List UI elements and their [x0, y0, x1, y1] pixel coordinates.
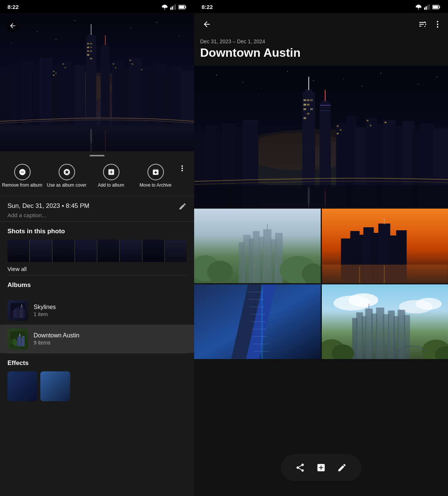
add-photo-button[interactable] — [311, 457, 332, 478]
add-to-album-button[interactable]: Add to album — [89, 162, 133, 190]
shots-section: Shots in this photo View all — [0, 222, 194, 275]
svg-rect-30 — [90, 47, 92, 48]
svg-rect-51 — [0, 125, 194, 151]
svg-rect-115 — [304, 99, 306, 101]
photo-date: Sun, Dec 31, 2023 • 8:45 PM — [7, 202, 90, 210]
svg-rect-24 — [86, 35, 96, 125]
svg-rect-44 — [129, 58, 142, 125]
svg-rect-31 — [87, 50, 89, 52]
svg-rect-80 — [22, 336, 25, 346]
album-title: Downtown Austin — [200, 46, 442, 60]
shot-thumb[interactable] — [120, 240, 141, 262]
svg-rect-27 — [87, 43, 89, 44]
albums-section: Albums — [0, 275, 194, 296]
svg-rect-3 — [175, 4, 176, 10]
status-icons-left — [161, 4, 187, 10]
sort-icon[interactable] — [418, 20, 427, 29]
svg-rect-121 — [310, 108, 313, 110]
grid-photo-sunset[interactable] — [322, 209, 448, 283]
svg-rect-84 — [427, 5, 428, 10]
albums-title: Albums — [7, 281, 187, 289]
svg-point-196 — [416, 298, 442, 310]
svg-rect-5 — [186, 6, 186, 8]
svg-rect-140 — [337, 133, 339, 134]
share-button[interactable] — [290, 457, 311, 478]
album-item-downtown[interactable]: Downtown Austin 9 items — [0, 325, 194, 353]
shot-thumb[interactable] — [53, 240, 74, 262]
shot-thumb[interactable] — [75, 240, 97, 262]
shot-thumb[interactable] — [143, 240, 164, 262]
svg-point-9 — [37, 31, 38, 32]
time-right: 8:22 — [202, 4, 213, 10]
status-icons-right — [415, 4, 441, 10]
effect-item[interactable] — [40, 371, 70, 401]
view-all-link[interactable]: View all — [7, 266, 187, 272]
svg-point-93 — [216, 75, 217, 75]
svg-rect-145 — [320, 110, 330, 111]
svg-rect-55 — [53, 71, 55, 72]
svg-rect-191 — [261, 284, 263, 359]
hero-album-photo[interactable] — [194, 66, 448, 208]
svg-point-10 — [74, 20, 75, 21]
album-thumb-skylines — [7, 300, 28, 321]
svg-rect-112 — [302, 92, 315, 189]
svg-point-12 — [156, 22, 157, 23]
svg-rect-23 — [39, 58, 52, 125]
photo-info-section: Sun, Dec 31, 2023 • 8:45 PM Add a captio… — [0, 196, 194, 222]
left-panel: 8:22 — [0, 0, 194, 496]
caption-placeholder[interactable]: Add a caption... — [7, 212, 90, 218]
photo-grid[interactable] — [194, 66, 448, 496]
back-button-right[interactable] — [200, 18, 214, 31]
svg-rect-83 — [426, 6, 427, 10]
album-name-downtown: Downtown Austin — [34, 332, 187, 339]
svg-rect-176 — [322, 265, 448, 283]
more-options-icon[interactable] — [433, 20, 442, 29]
time-left: 8:22 — [7, 4, 19, 10]
svg-rect-57 — [53, 75, 55, 76]
grid-photo-modern[interactable] — [194, 284, 321, 359]
svg-point-149 — [307, 187, 310, 206]
add-album-icon-circle — [103, 164, 119, 180]
hero-photo — [0, 13, 194, 151]
album-date-range: Dec 31, 2023 – Dec 1, 2024 — [200, 38, 442, 44]
album-info-skylines: Skylines 1 item — [34, 304, 187, 317]
shot-thumb[interactable] — [165, 240, 187, 262]
right-header-actions — [418, 20, 442, 29]
svg-rect-138 — [337, 125, 339, 127]
shot-thumb[interactable] — [7, 240, 29, 262]
album-item-skylines[interactable]: Skylines 1 item — [0, 296, 194, 325]
svg-rect-58 — [62, 63, 64, 65]
svg-rect-28 — [90, 43, 92, 44]
status-bar-left: 8:22 — [0, 0, 194, 13]
svg-rect-203 — [376, 308, 384, 359]
remove-from-album-button[interactable]: Remove from album — [0, 162, 44, 190]
shot-thumb[interactable] — [30, 240, 52, 262]
status-bar-right: 8:22 — [194, 0, 448, 13]
svg-rect-124 — [320, 103, 331, 193]
move-to-archive-button[interactable]: Move to Archive — [133, 162, 178, 190]
edit-button[interactable] — [178, 202, 187, 212]
svg-rect-2 — [173, 5, 174, 10]
svg-rect-63 — [132, 63, 133, 65]
back-button-left[interactable] — [6, 19, 19, 32]
right-header — [194, 13, 448, 35]
effect-item[interactable] — [7, 371, 37, 401]
cover-icon-circle — [59, 164, 75, 180]
svg-rect-50 — [181, 71, 194, 125]
svg-rect-35 — [101, 47, 110, 125]
use-as-cover-button[interactable]: Use as album cover — [44, 162, 89, 190]
svg-rect-60 — [113, 63, 114, 65]
svg-rect-41 — [75, 65, 85, 125]
svg-rect-59 — [65, 67, 66, 68]
shot-thumb[interactable] — [97, 240, 119, 262]
grid-photo-day-city[interactable] — [194, 209, 321, 283]
svg-rect-142 — [370, 125, 371, 126]
shots-title: Shots in this photo — [7, 228, 187, 235]
svg-point-13 — [179, 35, 180, 36]
svg-point-150 — [324, 191, 326, 205]
grid-photo-day-skyline[interactable] — [322, 284, 448, 359]
edit-album-button[interactable] — [332, 457, 352, 478]
more-actions-button[interactable] — [178, 162, 194, 190]
remove-icon-circle — [14, 164, 31, 180]
svg-rect-144 — [320, 105, 330, 106]
